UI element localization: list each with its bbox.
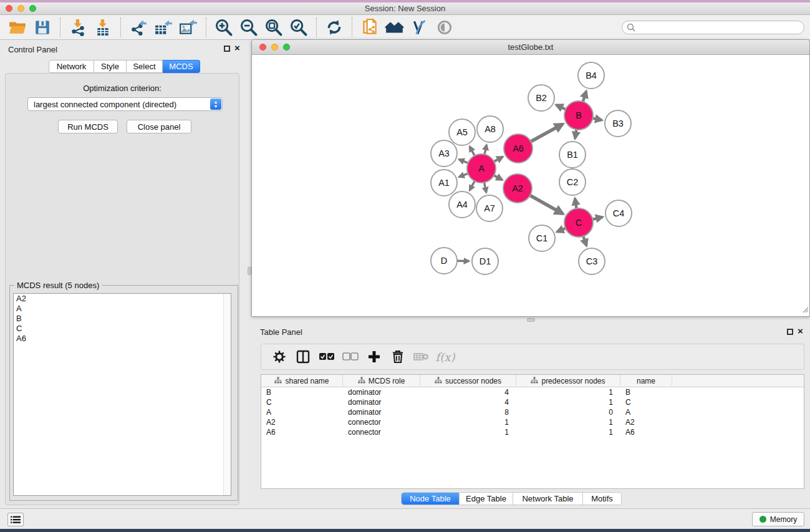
tab-node-table[interactable]: Node Table <box>401 492 460 505</box>
toolbar-separator <box>120 17 121 37</box>
split-columns-icon[interactable] <box>294 347 312 366</box>
table-row[interactable]: A2connector11A2 <box>261 417 804 427</box>
result-scrollbar[interactable] <box>223 294 231 495</box>
close-panel-button[interactable]: Close panel <box>127 120 191 133</box>
node-label-B1: B1 <box>567 150 578 160</box>
cell-name[interactable]: B <box>620 387 672 397</box>
float-panel-icon[interactable] <box>224 46 230 52</box>
cell-MCDS-role[interactable]: connector <box>343 427 420 437</box>
network-window-titlebar[interactable]: testGlobe.txt <box>252 40 809 55</box>
tab-mcds[interactable]: MCDS <box>163 60 200 73</box>
shared-column-icon <box>531 377 538 385</box>
create-column-icon[interactable] <box>365 347 383 366</box>
save-session-icon[interactable] <box>32 17 52 37</box>
zoom-in-icon[interactable] <box>214 17 234 37</box>
zoom-selected-icon[interactable] <box>289 17 309 37</box>
result-item-C[interactable]: C <box>14 324 231 334</box>
splitter-handle-bottom[interactable] <box>527 318 535 322</box>
node-label-C1: C1 <box>536 233 548 243</box>
export-table-icon[interactable] <box>153 17 173 37</box>
app-title: Session: New Session <box>0 4 810 13</box>
resize-grip-icon[interactable] <box>801 304 809 316</box>
run-mcds-button[interactable]: Run MCDS <box>58 120 118 133</box>
cell-shared-name[interactable]: A <box>261 407 343 417</box>
cell-shared-name[interactable]: A2 <box>261 417 343 427</box>
cell-shared-name[interactable]: C <box>261 397 343 407</box>
cell-successor-nodes[interactable]: 4 <box>420 387 516 397</box>
cell-successor-nodes[interactable]: 1 <box>420 417 516 427</box>
refresh-layout-icon[interactable] <box>324 17 344 37</box>
import-network-icon[interactable] <box>68 17 88 37</box>
mcds-result-list[interactable]: A2ABCA6 <box>13 293 231 496</box>
new-session-icon[interactable] <box>360 17 380 37</box>
control-panel: Control Panel × NetworkStyleSelectMCDS O… <box>0 40 244 508</box>
zoom-fit-icon[interactable] <box>264 17 284 37</box>
tab-edge-table[interactable]: Edge Table <box>460 492 513 505</box>
table-settings-icon[interactable] <box>270 347 289 366</box>
toggle-graphics-details-icon[interactable] <box>410 17 430 37</box>
cell-MCDS-role[interactable]: dominator <box>343 407 420 417</box>
tab-network[interactable]: Network <box>49 60 94 73</box>
table-row[interactable]: Adominator80A <box>261 407 804 417</box>
result-item-A[interactable]: A <box>14 304 231 314</box>
apply-function-icon[interactable]: f(x) <box>436 347 455 366</box>
show-hide-panel-icon[interactable] <box>435 17 455 37</box>
network-graph-canvas[interactable]: AA1A2A3A4A5A6A7A8BB1B2B3B4CC1C2C3C4DD1 <box>252 55 809 316</box>
optimization-criterion-dropdown[interactable]: largest connected component (directed) ▲… <box>27 97 223 111</box>
cell-MCDS-role[interactable]: dominator <box>343 397 420 407</box>
cell-name[interactable]: C <box>620 397 672 407</box>
import-table-icon[interactable] <box>93 17 113 37</box>
column-header-successor-nodes[interactable]: successor nodes <box>420 375 516 387</box>
cell-predecessor-nodes[interactable]: 1 <box>516 397 620 407</box>
result-item-A2[interactable]: A2 <box>14 294 231 304</box>
delete-table-icon[interactable] <box>412 347 431 366</box>
table-row[interactable]: A6connector11A6 <box>261 427 804 437</box>
cell-predecessor-nodes[interactable]: 1 <box>516 417 620 427</box>
table-row[interactable]: Cdominator41C <box>261 397 804 407</box>
home-view-icon[interactable] <box>385 17 405 37</box>
cell-successor-nodes[interactable]: 4 <box>420 397 516 407</box>
table-row[interactable]: Bdominator41B <box>261 387 804 397</box>
zoom-out-icon[interactable] <box>239 17 259 37</box>
tab-motifs[interactable]: Motifs <box>583 492 622 505</box>
tab-select[interactable]: Select <box>127 60 163 73</box>
export-network-icon[interactable] <box>128 17 148 37</box>
column-header-name[interactable]: name <box>620 375 672 387</box>
close-table-panel-icon[interactable]: × <box>798 326 803 337</box>
cell-shared-name[interactable]: A6 <box>261 427 343 437</box>
close-panel-icon[interactable]: × <box>234 42 240 54</box>
unselect-all-columns-icon[interactable] <box>341 347 360 366</box>
float-table-panel-icon[interactable] <box>787 329 793 335</box>
result-item-A6[interactable]: A6 <box>14 334 231 344</box>
export-image-icon[interactable] <box>178 17 198 37</box>
memory-label: Memory <box>770 515 797 524</box>
node-label-C3: C3 <box>586 256 598 266</box>
cell-successor-nodes[interactable]: 8 <box>420 407 516 417</box>
column-header-MCDS-role[interactable]: MCDS role <box>343 375 420 387</box>
dropdown-stepper-icon: ▲▼ <box>210 99 221 110</box>
folder-back <box>9 22 26 27</box>
cell-name[interactable]: A <box>620 407 672 417</box>
search-input[interactable] <box>622 21 804 34</box>
select-all-columns-icon[interactable] <box>317 347 336 366</box>
column-header-predecessor-nodes[interactable]: predecessor nodes <box>516 375 620 387</box>
cell-successor-nodes[interactable]: 1 <box>420 427 516 437</box>
cell-predecessor-nodes[interactable]: 1 <box>516 387 620 397</box>
node-label-A7: A7 <box>484 203 495 213</box>
cell-predecessor-nodes[interactable]: 1 <box>516 427 620 437</box>
cell-shared-name[interactable]: B <box>261 387 343 397</box>
status-bar: Memory <box>0 508 810 529</box>
cell-name[interactable]: A2 <box>620 417 672 427</box>
cell-name[interactable]: A6 <box>620 427 672 437</box>
column-header-shared-name[interactable]: shared name <box>261 375 343 387</box>
delete-columns-icon[interactable] <box>388 347 407 366</box>
cell-MCDS-role[interactable]: dominator <box>343 387 420 397</box>
task-history-button[interactable] <box>7 513 24 526</box>
result-item-B[interactable]: B <box>14 314 231 324</box>
memory-button[interactable]: Memory <box>752 512 804 526</box>
cell-MCDS-role[interactable]: connector <box>343 417 420 427</box>
tab-network-table[interactable]: Network Table <box>513 492 583 505</box>
cell-predecessor-nodes[interactable]: 0 <box>516 407 620 417</box>
open-file-icon[interactable] <box>7 17 27 37</box>
tab-style[interactable]: Style <box>94 60 127 73</box>
